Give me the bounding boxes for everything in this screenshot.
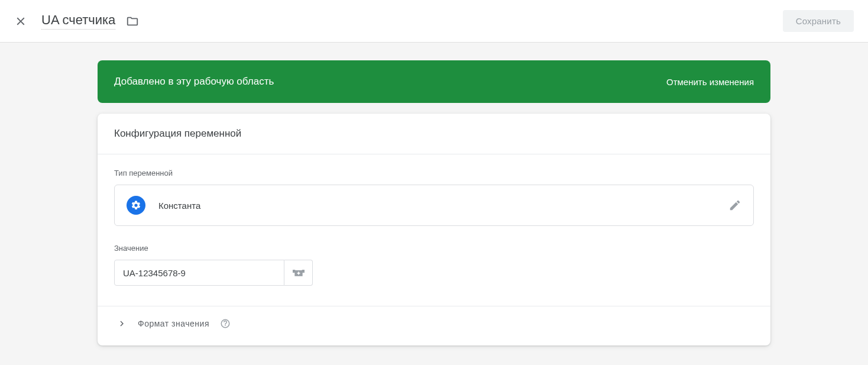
chevron-right-icon [116,318,127,329]
svg-rect-4 [297,273,300,274]
banner-undo-action[interactable]: Отменить изменения [666,77,754,87]
block-plus-icon [293,268,305,277]
variable-type-selector[interactable]: Константа [114,185,754,226]
close-button[interactable] [14,15,27,28]
content-area: Добавлено в эту рабочую область Отменить… [0,43,868,345]
insert-variable-button[interactable] [284,260,313,286]
close-icon [14,15,27,28]
save-button[interactable]: Сохранить [783,10,854,32]
config-card: Конфигурация переменной Тип переменной К… [98,114,770,345]
type-value: Константа [158,201,200,211]
value-input[interactable] [114,260,284,286]
page-title[interactable]: UA счетчика [41,12,115,30]
value-label: Значение [114,244,754,253]
type-selector-left: Константа [127,196,200,215]
header-bar: UA счетчика Сохранить [0,0,868,43]
pencil-icon[interactable] [728,199,741,212]
card-body: Тип переменной Константа Значение [98,154,770,345]
value-section: Значение [114,244,754,286]
folder-icon[interactable] [126,15,139,28]
value-row [114,260,754,286]
format-label: Формат значения [138,319,209,328]
format-value-toggle[interactable]: Формат значения [114,306,754,340]
type-label: Тип переменной [114,169,754,177]
content-inner: Добавлено в эту рабочую область Отменить… [98,60,770,345]
title-wrap: UA счетчика [41,12,139,30]
card-title: Конфигурация переменной [98,114,770,154]
status-banner: Добавлено в эту рабочую область Отменить… [98,60,770,103]
gear-icon [127,196,145,215]
banner-message: Добавлено в эту рабочую область [114,76,274,88]
header-left: UA счетчика [14,12,139,30]
help-icon[interactable] [220,318,231,329]
